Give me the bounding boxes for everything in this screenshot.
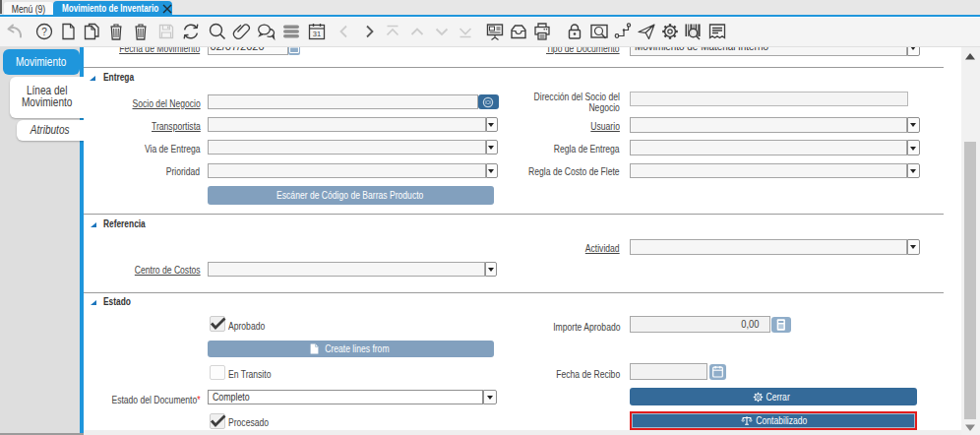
svg-text:?: ? [41, 27, 47, 37]
svg-text:31: 31 [313, 30, 321, 38]
